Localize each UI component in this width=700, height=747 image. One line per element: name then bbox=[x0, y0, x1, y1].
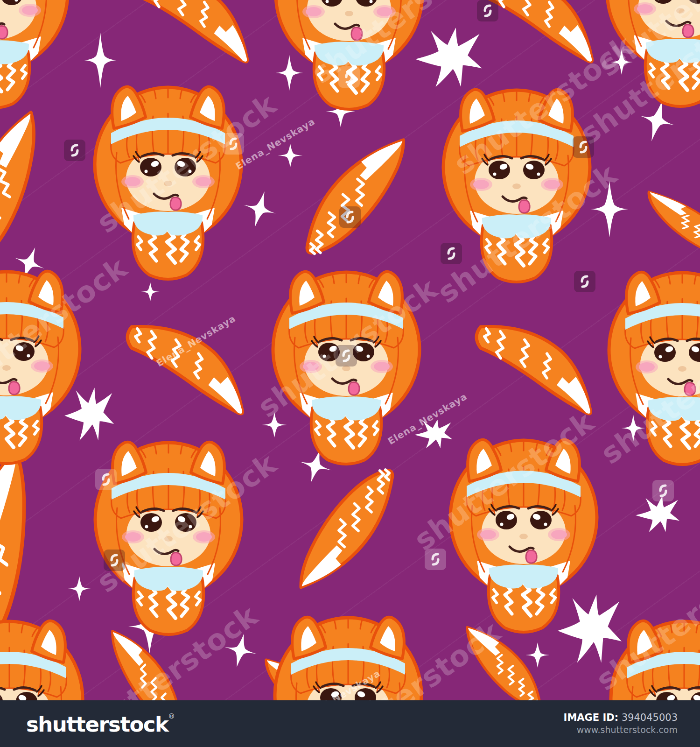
watermark-shutter-icon bbox=[574, 271, 595, 292]
fox-tail bbox=[128, 0, 252, 68]
watermark-shutter-icon bbox=[573, 136, 594, 158]
shutterstock-footer-bar: shutterstock® IMAGE ID: 394045003 www.sh… bbox=[0, 700, 700, 747]
watermark-shutter-icon bbox=[64, 140, 85, 161]
watermark-shutter-icon bbox=[652, 480, 674, 501]
fox-girl-face bbox=[0, 617, 93, 700]
shutterstock-logo: shutterstock® bbox=[26, 713, 175, 735]
fox-girl-face bbox=[0, 0, 78, 112]
watermark-shutter-icon bbox=[95, 469, 117, 490]
watermark-shutter-icon bbox=[104, 550, 125, 571]
fox-tail bbox=[120, 322, 247, 420]
pattern-image: shutterstockshutterstockshutterstockshut… bbox=[0, 0, 700, 700]
sparkle-star-icon bbox=[140, 282, 160, 302]
shutterstock-logo-text: shutterstock bbox=[26, 712, 168, 737]
website-url: www.shutterstock.com bbox=[564, 724, 678, 736]
image-id-value: 394045003 bbox=[622, 712, 678, 723]
footer-image-info: IMAGE ID: 394045003 www.shutterstock.com bbox=[564, 711, 678, 736]
watermark-shutter-icon bbox=[441, 243, 462, 264]
watermark-shutter-icon bbox=[425, 549, 446, 570]
fox-tail bbox=[293, 464, 411, 593]
fox-tail bbox=[469, 322, 595, 420]
watermark-shutter-icon bbox=[339, 206, 361, 228]
watermark-shutter-icon bbox=[336, 345, 357, 366]
sparkle-star-icon bbox=[84, 31, 117, 89]
watermark-shutter-icon bbox=[223, 133, 244, 155]
image-id-line: IMAGE ID: 394045003 bbox=[564, 711, 678, 724]
watermark-shutter-icon bbox=[477, 0, 498, 21]
sparkle-star-icon bbox=[634, 496, 680, 533]
stock-image-preview: shutterstockshutterstockshutterstockshut… bbox=[0, 0, 700, 747]
registered-trademark-icon: ® bbox=[168, 712, 175, 720]
watermark-shutter-icon bbox=[338, 66, 360, 88]
fox-tail bbox=[636, 188, 700, 262]
image-id-label: IMAGE ID: bbox=[564, 712, 619, 723]
fox-tail bbox=[288, 134, 412, 260]
